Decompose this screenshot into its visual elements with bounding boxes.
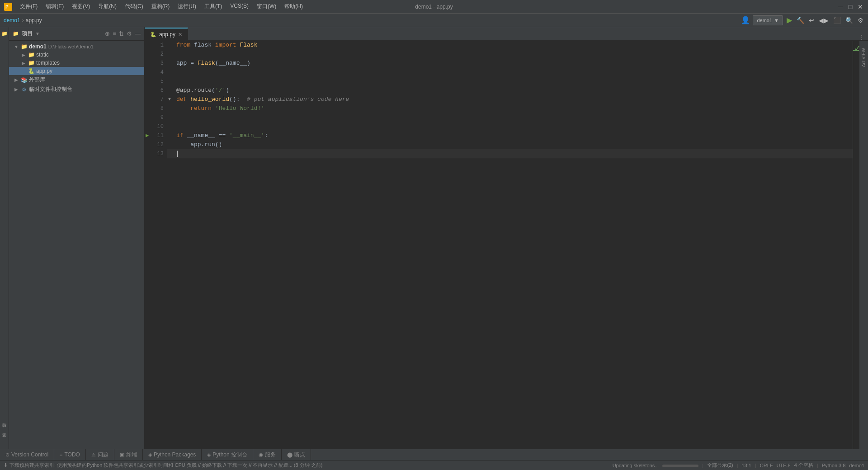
menu-help[interactable]: 帮助(H) xyxy=(281,2,307,11)
line-numbers: 1 2 3 4 5 6 7 8 9 10 ▶ 11 12 13 xyxy=(145,41,167,449)
tree-item-root[interactable]: ▼ 📁 demo1 D:\Flaks web\demo1 xyxy=(9,43,144,51)
tree-item-static[interactable]: ▶ 📁 static xyxy=(9,51,144,59)
code-line-2 xyxy=(167,50,853,59)
menu-code[interactable]: 代码(C) xyxy=(121,2,147,11)
rerun-icon[interactable]: ↩ xyxy=(808,16,815,25)
line-endings[interactable]: CRLF xyxy=(760,463,773,468)
tree-item-extlibs[interactable]: ▶ 📚 外部库 xyxy=(9,75,144,85)
run-button[interactable]: ▶ xyxy=(787,16,792,24)
charset[interactable]: UTF-8 xyxy=(777,463,791,468)
run-indicator-icon[interactable]: ▶ xyxy=(146,131,149,140)
tab-breakpoints-label: 断点 xyxy=(294,451,305,459)
menu-edit[interactable]: 编辑(E) xyxy=(42,2,67,11)
minimize-button[interactable]: ─ xyxy=(836,3,844,11)
maximize-button[interactable]: □ xyxy=(846,3,854,11)
tab-version-control[interactable]: ⊙ Version Control xyxy=(0,449,54,460)
tab-close-button[interactable]: ✕ xyxy=(178,32,182,38)
menu-window[interactable]: 窗口(W) xyxy=(253,2,280,11)
menu-tools[interactable]: 工具(T) xyxy=(201,2,226,11)
status-sep-4: | xyxy=(817,463,818,468)
menu-refactor[interactable]: 重构(R) xyxy=(148,2,174,11)
tab-terminal[interactable]: ▣ 终端 xyxy=(114,449,143,460)
panel-settings-icon[interactable]: ⚙ xyxy=(127,30,132,37)
code-token-main-str: '__main__' xyxy=(229,131,264,140)
search-icon[interactable]: 🔍 xyxy=(844,16,854,25)
tab-python-packages-label: Python Packages xyxy=(154,451,196,458)
code-editor[interactable]: 1 2 3 4 5 6 7 8 9 10 ▶ 11 12 13 xyxy=(145,41,859,449)
menu-run[interactable]: 运行(U) xyxy=(174,2,200,11)
code-token-Flask: Flask xyxy=(236,41,258,50)
breadcrumb-project[interactable]: demo1 xyxy=(4,17,20,24)
menu-view[interactable]: 视图(V) xyxy=(68,2,94,11)
tab-problems-label: 问题 xyxy=(98,451,108,459)
navbar: demo1 › app.py 👤 demo1 ▼ ▶ 🔨 ↩ ◀▶ ⬛ 🔍 ⚙ xyxy=(0,14,868,27)
tree-expand-extlibs[interactable]: ▶ xyxy=(13,77,20,82)
close-button[interactable]: ✕ xyxy=(856,3,864,11)
tree-expand-root[interactable]: ▼ xyxy=(13,44,20,49)
left-sidebar-icons: 📁 结构 书签 xyxy=(0,27,9,449)
run-config-dropdown[interactable]: demo1 ▼ xyxy=(753,15,783,25)
code-token-Flask-call: Flask xyxy=(198,59,215,68)
progress-bar xyxy=(662,465,698,467)
tab-python-console[interactable]: ◈ Python 控制台 xyxy=(202,449,253,460)
active-view-tab[interactable]: ActiVIEW xyxy=(860,44,867,71)
code-token-flask: flask xyxy=(190,41,215,50)
menu-vcs[interactable]: VCS(S) xyxy=(226,2,252,11)
code-token-hello-world: hello_world xyxy=(190,95,229,104)
code-line-11: if __name__ == '__main__' : xyxy=(167,131,853,140)
tree-item-apppy[interactable]: 🐍 app.py xyxy=(9,67,144,75)
panel-add-icon[interactable]: ⊕ xyxy=(105,30,110,37)
tree-item-templates[interactable]: ▶ 📁 templates xyxy=(9,59,144,67)
tree-expand-static[interactable]: ▶ xyxy=(20,52,27,57)
panel-collapse-icon[interactable]: — xyxy=(135,30,141,37)
tab-more-button[interactable]: ⋮ xyxy=(855,34,868,40)
menu-nav[interactable]: 导航(N) xyxy=(94,2,120,11)
bottom-tabs: ⊙ Version Control ≡ TODO ⚠ 问题 ▣ 终端 ◈ Pyt… xyxy=(0,449,311,460)
status-left-text: 下载预构建共享索引: 使用预构建的Python 软件包共享索引减少索引时间和 C… xyxy=(9,462,322,469)
svg-text:P: P xyxy=(5,5,9,9)
project-panel: 📁 项目 ▼ ⊕ ≡ ⇅ ⚙ — ▼ 📁 demo1 D:\Flaks web\… xyxy=(9,27,145,449)
tab-services[interactable]: ◉ 服务 xyxy=(253,449,282,460)
user-icon[interactable]: 👤 xyxy=(741,16,750,24)
line-num-7: 7 xyxy=(145,95,167,104)
breadcrumb: demo1 › app.py xyxy=(4,17,42,24)
tree-expand-templates[interactable]: ▶ xyxy=(20,61,27,66)
tree-path-demo1: D:\Flaks web\demo1 xyxy=(48,44,94,49)
python-version[interactable]: Python 3.8 xyxy=(822,463,846,468)
panel-list-icon[interactable]: ≡ xyxy=(113,30,116,37)
tab-breakpoints[interactable]: ⬤ 断点 xyxy=(282,449,311,460)
line-num-3: 3 xyxy=(145,59,167,68)
bookmarks-icon[interactable]: 书签 xyxy=(0,436,9,445)
stop-icon[interactable]: ⬛ xyxy=(832,16,842,25)
breadcrumb-file[interactable]: app.py xyxy=(26,17,42,24)
full-display-button[interactable]: 全部显示(2) xyxy=(707,462,733,469)
cursor-position[interactable]: 13:1 xyxy=(742,463,751,468)
tree-expand-temp[interactable]: ▶ xyxy=(13,87,20,92)
tab-python-packages[interactable]: ◈ Python Packages xyxy=(143,449,202,460)
menu-file[interactable]: 文件(F) xyxy=(16,2,41,11)
build-icon[interactable]: 🔨 xyxy=(796,16,805,25)
panel-sort-icon[interactable]: ⇅ xyxy=(119,30,124,37)
status-bar: ⬇ 下载预构建共享索引: 使用预构建的Python 软件包共享索引减少索引时间和… xyxy=(0,460,868,470)
app-icon: P xyxy=(4,2,13,11)
line-num-5: 5 xyxy=(145,77,167,86)
panel-title: 项目 xyxy=(22,30,33,38)
profile-icon[interactable]: ◀▶ xyxy=(818,16,830,25)
tab-todo[interactable]: ≡ TODO xyxy=(54,449,86,460)
project-toggle-icon[interactable]: 📁 xyxy=(0,29,9,38)
line-num-2: 2 xyxy=(145,50,167,59)
fold-arrow-7[interactable]: ▼ xyxy=(168,95,171,104)
code-token-dbl-eq: == xyxy=(215,131,229,140)
tree-item-temp[interactable]: ▶ ⚙ 临时文件和控制台 xyxy=(9,85,144,94)
line-num-8: 8 xyxy=(145,104,167,113)
tab-problems[interactable]: ⚠ 问题 xyxy=(86,449,114,460)
indent-settings[interactable]: 4 个空格 xyxy=(794,462,813,469)
settings-icon[interactable]: ⚙ xyxy=(857,16,864,25)
structure-icon[interactable]: 结构 xyxy=(0,426,9,435)
project-name[interactable]: demo1 xyxy=(849,463,864,468)
code-line-12: app.run() xyxy=(167,140,853,149)
editor-tab-apppy[interactable]: 🐍 app.py ✕ xyxy=(145,28,188,40)
code-token-eq: = xyxy=(187,59,197,68)
code-content[interactable]: from flask import Flask app = Flask ( __… xyxy=(167,41,853,449)
status-download-icon: ⬇ xyxy=(4,462,8,468)
